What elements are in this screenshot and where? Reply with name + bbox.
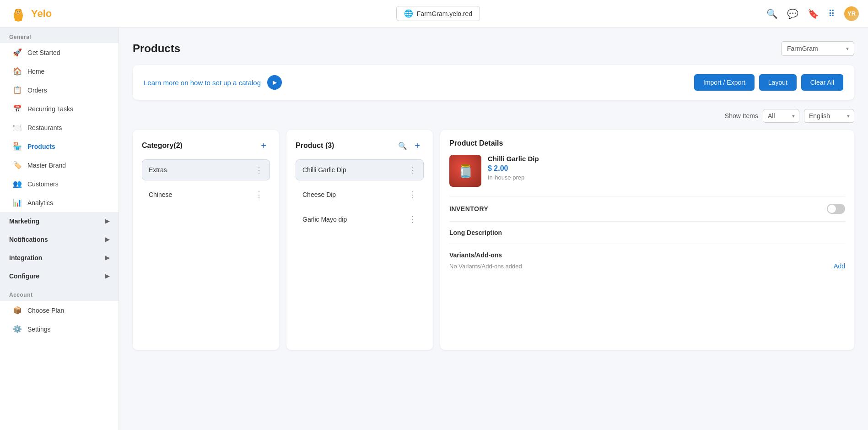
orders-icon: 📋 [13, 86, 22, 94]
variants-section: Variants/Add-ons No Variants/Add-ons add… [449, 244, 845, 270]
bookmark-icon[interactable]: 🔖 [808, 8, 819, 19]
topnav-icons: 🔍 💬 🔖 ⠿ YR [766, 6, 859, 21]
long-desc-label: Long Description [449, 229, 845, 236]
choose-plan-icon: 📦 [13, 306, 22, 315]
store-select[interactable]: FarmGram [781, 41, 854, 56]
sidebar-label-master-brand: Master Brand [27, 162, 66, 169]
sidebar-item-recurring-tasks[interactable]: 📅 Recurring Tasks [0, 99, 119, 118]
sidebar-item-customers[interactable]: 👥 Customers [0, 174, 119, 193]
product-search-icon[interactable]: 🔍 [398, 142, 407, 150]
sidebar: General 🚀 Get Started 🏠 Home 📋 Orders 📅 … [0, 27, 119, 430]
svg-rect-8 [20, 16, 22, 21]
product-detail-price: $ 2.00 [488, 164, 539, 173]
master-brand-icon: 🏷️ [13, 161, 22, 169]
inventory-label: INVENTORY [449, 205, 488, 212]
long-description-section: Long Description [449, 221, 845, 236]
category-item-chinese[interactable]: Chinese ⋮ [142, 184, 270, 205]
product-details-title: Product Details [449, 139, 845, 147]
catalog-link[interactable]: Learn more on how to set up a catalog [144, 79, 261, 87]
category-item-label-chinese: Chinese [149, 191, 172, 198]
integration-label: Integration [9, 254, 42, 261]
sidebar-item-home[interactable]: 🏠 Home [0, 62, 119, 81]
svg-rect-7 [15, 16, 16, 21]
logo-area: Yelo [9, 5, 110, 23]
add-product-button[interactable]: + [411, 139, 424, 152]
url-box[interactable]: 🌐 FarmGram.yelo.red [396, 6, 480, 21]
product-header: Product (3) 🔍 + [296, 139, 424, 152]
sidebar-item-settings[interactable]: ⚙️ Settings [0, 320, 119, 338]
account-section-label: Account [0, 285, 119, 301]
chinese-menu-icon[interactable]: ⋮ [255, 190, 263, 200]
sidebar-label-orders: Orders [27, 87, 47, 94]
sidebar-item-get-started[interactable]: 🚀 Get Started [0, 43, 119, 62]
sidebar-item-choose-plan[interactable]: 📦 Choose Plan [0, 301, 119, 320]
add-variant-link[interactable]: Add [834, 262, 845, 270]
variants-empty-text: No Variants/Add-ons added [449, 263, 522, 270]
cheese-dip-menu-icon[interactable]: ⋮ [409, 190, 417, 200]
all-filter-select[interactable]: All [763, 109, 799, 123]
main-content: Products FarmGram Learn more on how to s… [119, 27, 868, 430]
product-item-chilli-garlic-dip[interactable]: Chilli Garlic Dip ⋮ [296, 159, 424, 180]
add-category-button[interactable]: + [257, 139, 270, 152]
product-label-cheese-dip: Cheese Dip [302, 191, 336, 198]
sidebar-label-home: Home [27, 68, 44, 75]
clear-all-button[interactable]: Clear All [801, 74, 843, 91]
page-title: Products [133, 42, 180, 55]
user-avatar[interactable]: YR [844, 6, 859, 21]
language-filter-select[interactable]: English [804, 109, 854, 123]
product-label-chilli-garlic-dip: Chilli Garlic Dip [302, 166, 346, 174]
marketing-label: Marketing [9, 218, 39, 225]
sidebar-item-orders[interactable]: 📋 Orders [0, 81, 119, 99]
product-actions: 🔍 + [398, 139, 424, 152]
product-detail-prep: In-house prep [488, 174, 539, 181]
page-header: Products FarmGram [133, 41, 854, 56]
sidebar-item-integration[interactable]: Integration ▶ [0, 249, 119, 267]
svg-point-4 [16, 10, 21, 15]
category-item-extras[interactable]: Extras ⋮ [142, 159, 270, 180]
sidebar-item-notifications[interactable]: Notifications ▶ [0, 230, 119, 249]
product-title: Product (3) [296, 142, 334, 150]
chilli-garlic-dip-menu-icon[interactable]: ⋮ [409, 165, 417, 175]
product-detail-name: Chilli Garlic Dip [488, 155, 539, 163]
sidebar-item-marketing[interactable]: Marketing ▶ [0, 212, 119, 230]
extras-menu-icon[interactable]: ⋮ [255, 165, 263, 175]
inventory-header: INVENTORY [449, 204, 845, 214]
sidebar-item-configure[interactable]: Configure ▶ [0, 267, 119, 285]
product-details-panel: Product Details 🫙 Chilli Garlic Dip $ 2.… [440, 130, 854, 350]
svg-point-5 [17, 11, 18, 12]
svg-point-6 [19, 11, 20, 12]
show-items-bar: Show Items All English [133, 109, 854, 123]
product-info: Chilli Garlic Dip $ 2.00 In-house prep [488, 155, 539, 181]
sidebar-label-analytics: Analytics [27, 199, 53, 207]
garlic-mayo-dip-menu-icon[interactable]: ⋮ [409, 214, 417, 224]
configure-label: Configure [9, 272, 39, 280]
columns-area: Category(2) + Extras ⋮ Chinese ⋮ Product [133, 130, 854, 350]
grid-icon[interactable]: ⠿ [828, 8, 835, 19]
product-item-garlic-mayo-dip[interactable]: Garlic Mayo dip ⋮ [296, 209, 424, 230]
show-items-label: Show Items [725, 112, 758, 120]
category-title: Category(2) [142, 142, 183, 150]
sidebar-label-choose-plan: Choose Plan [27, 307, 64, 314]
sidebar-item-master-brand[interactable]: 🏷️ Master Brand [0, 156, 119, 174]
import-export-button[interactable]: Import / Export [694, 74, 755, 91]
catalog-banner-left: Learn more on how to set up a catalog ▶ [144, 75, 282, 90]
play-button[interactable]: ▶ [267, 75, 282, 90]
banner-actions: Import / Export Layout Clear All [694, 74, 843, 91]
app-body: General 🚀 Get Started 🏠 Home 📋 Orders 📅 … [0, 27, 868, 430]
sidebar-label-products: Products [27, 143, 55, 150]
analytics-icon: 📊 [13, 198, 22, 207]
sidebar-label-restaurants: Restaurants [27, 124, 62, 131]
sidebar-label-get-started: Get Started [27, 49, 60, 56]
sidebar-label-settings: Settings [27, 326, 51, 333]
sidebar-item-analytics[interactable]: 📊 Analytics [0, 193, 119, 212]
sidebar-item-restaurants[interactable]: 🍽️ Restaurants [0, 118, 119, 137]
sidebar-item-products[interactable]: 🏪 Products [0, 137, 119, 156]
search-icon[interactable]: 🔍 [766, 8, 778, 19]
layout-button[interactable]: Layout [759, 74, 797, 91]
product-item-cheese-dip[interactable]: Cheese Dip ⋮ [296, 184, 424, 205]
inventory-toggle[interactable] [827, 204, 845, 214]
recurring-tasks-icon: 📅 [13, 104, 22, 113]
integration-expand-icon: ▶ [105, 255, 109, 261]
chat-icon[interactable]: 💬 [787, 8, 798, 19]
inventory-section: INVENTORY [449, 196, 845, 214]
